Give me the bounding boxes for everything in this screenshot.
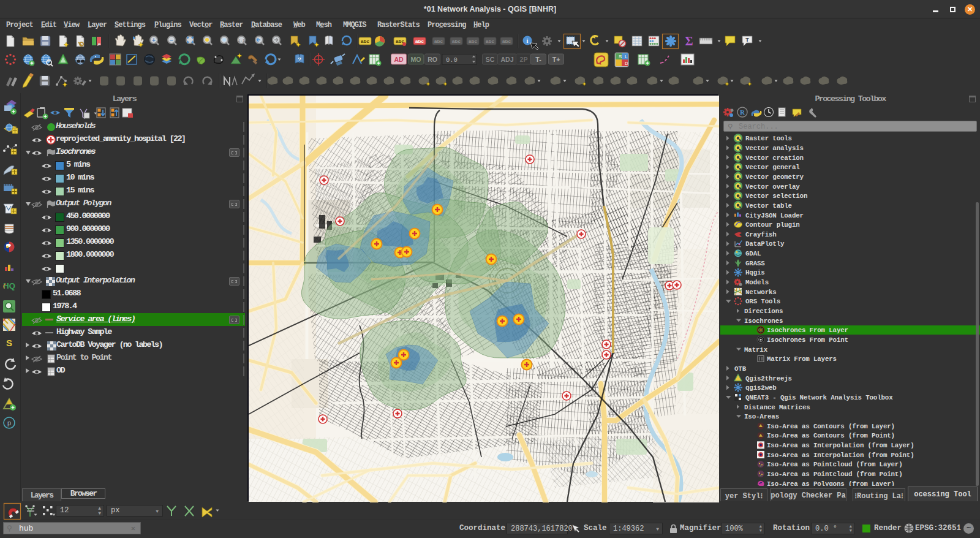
svg-text:T+: T+ bbox=[552, 56, 560, 63]
svg-text:p: p bbox=[7, 419, 11, 426]
svg-text:2P: 2P bbox=[520, 56, 528, 63]
svg-text:Matrix From Layers: Matrix From Layers bbox=[767, 355, 837, 363]
svg-text:i: i bbox=[527, 37, 529, 44]
svg-text:L: L bbox=[625, 54, 628, 59]
svg-text:Models: Models bbox=[745, 279, 769, 286]
svg-text:+: + bbox=[152, 37, 156, 44]
svg-text:abc: abc bbox=[361, 39, 369, 44]
svg-text:abc: abc bbox=[486, 39, 494, 44]
svg-text:ORS Tools: ORS Tools bbox=[745, 298, 780, 305]
svg-text:qgis2web: qgis2web bbox=[745, 384, 777, 392]
svg-text:Raster tools: Raster tools bbox=[745, 135, 792, 142]
svg-text:1:1: 1:1 bbox=[238, 39, 245, 43]
svg-text:abc: abc bbox=[469, 39, 477, 44]
svg-text:Qgis2threejs: Qgis2threejs bbox=[745, 375, 792, 382]
svg-text:DataPlotly: DataPlotly bbox=[745, 240, 785, 248]
svg-text:Vector overlay: Vector overlay bbox=[745, 183, 800, 191]
svg-text:R: R bbox=[740, 108, 745, 116]
svg-text:Isochrones From Point: Isochrones From Point bbox=[767, 336, 848, 344]
svg-text:Vector table: Vector table bbox=[745, 202, 792, 210]
svg-text:Vector selection: Vector selection bbox=[745, 192, 807, 200]
svg-text:Matrix: Matrix bbox=[744, 346, 768, 354]
svg-text:Directions: Directions bbox=[744, 308, 783, 315]
svg-text:−: − bbox=[170, 37, 173, 44]
svg-text:Contour plugin: Contour plugin bbox=[745, 221, 800, 229]
svg-text:Iso-Area as Interpolation (fro: Iso-Area as Interpolation (from Point) bbox=[767, 452, 914, 459]
svg-text:Vector analysis: Vector analysis bbox=[745, 145, 804, 152]
svg-text:ADJ: ADJ bbox=[500, 56, 513, 63]
svg-text:AD: AD bbox=[394, 56, 404, 63]
svg-text:CityJSON Loader: CityJSON Loader bbox=[745, 212, 804, 219]
svg-text:Vector geometry: Vector geometry bbox=[745, 173, 804, 181]
svg-text:T: T bbox=[745, 37, 749, 43]
svg-text:Isochrones: Isochrones bbox=[744, 317, 783, 325]
svg-text:QNEAT3 - Qgis Network Analysis: QNEAT3 - Qgis Network Analysis Toolbox bbox=[745, 394, 893, 401]
svg-text:S: S bbox=[619, 54, 622, 59]
svg-text:Iso-Area as Polygons (from Lay: Iso-Area as Polygons (from Layer) bbox=[767, 480, 895, 486]
svg-text:RO: RO bbox=[428, 56, 437, 63]
svg-text:Iso-Area as Interpolation (fro: Iso-Area as Interpolation (from Layer) bbox=[767, 442, 914, 449]
svg-text:Vector general: Vector general bbox=[745, 164, 800, 171]
svg-text:MO: MO bbox=[411, 56, 421, 63]
svg-text:D: D bbox=[625, 61, 628, 66]
svg-text:Isochrones From Layer: Isochrones From Layer bbox=[767, 327, 848, 334]
svg-text:OTB: OTB bbox=[734, 365, 747, 373]
svg-text:Vector creation: Vector creation bbox=[745, 154, 804, 162]
svg-text:SC: SC bbox=[486, 56, 495, 63]
svg-text:Iso-Area as Pointcloud (from L: Iso-Area as Pointcloud (from Layer) bbox=[767, 461, 903, 468]
svg-text:T-: T- bbox=[535, 56, 541, 63]
svg-text:abc: abc bbox=[415, 39, 424, 44]
svg-text:Networks: Networks bbox=[745, 289, 777, 296]
svg-text:Iso-Area as Contours (from Lay: Iso-Area as Contours (from Layer) bbox=[767, 423, 895, 430]
svg-text:?: ? bbox=[298, 56, 301, 63]
svg-text:HQ: HQ bbox=[3, 281, 15, 290]
svg-text:Distance Matrices: Distance Matrices bbox=[744, 404, 810, 411]
svg-text:Crayfish: Crayfish bbox=[745, 231, 777, 238]
svg-text:abc: abc bbox=[502, 39, 511, 44]
svg-text:GDAL: GDAL bbox=[745, 250, 761, 257]
svg-text:Σ: Σ bbox=[685, 34, 693, 48]
svg-text:abc: abc bbox=[452, 39, 461, 44]
svg-text:GRASS: GRASS bbox=[745, 260, 765, 267]
svg-text:Hqgis: Hqgis bbox=[745, 269, 765, 276]
svg-text:Iso-Area as Pointcloud (from P: Iso-Area as Pointcloud (from Point) bbox=[767, 471, 903, 478]
svg-text:Iso-Area as Contours (from Poi: Iso-Area as Contours (from Point) bbox=[767, 432, 895, 439]
svg-text:Iso-Areas: Iso-Areas bbox=[744, 413, 779, 420]
svg-text:S: S bbox=[6, 338, 12, 348]
svg-text:abc: abc bbox=[434, 39, 443, 44]
svg-text:0.0: 0.0 bbox=[446, 56, 458, 64]
